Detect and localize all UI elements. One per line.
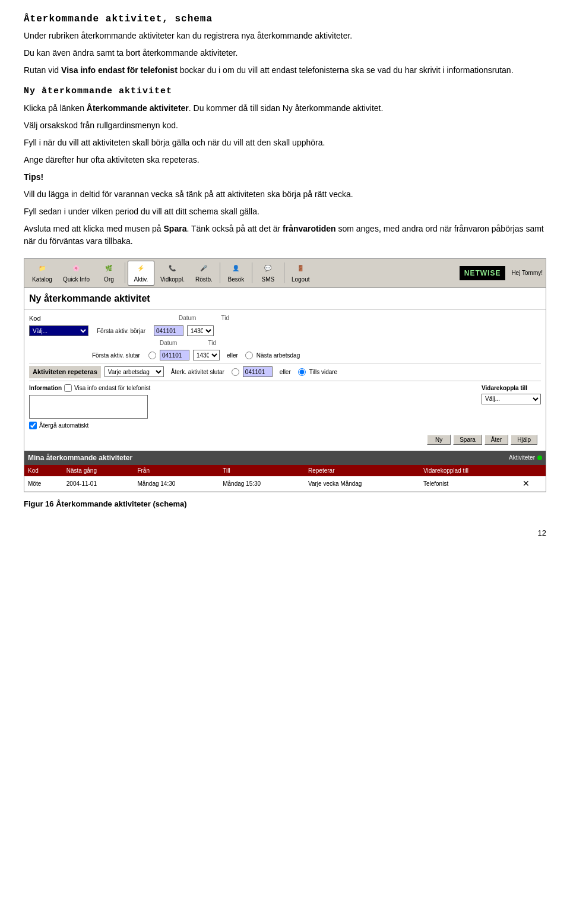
nav-rostb-label: Röstb. [195,275,213,284]
para1: Under rubriken återkommande aktiviteter … [24,30,546,42]
eller-text2: eller [280,368,291,376]
para6: Fyll i när du vill att aktiviteten skall… [24,137,546,149]
row-kod: Möte [24,476,63,492]
activities-table: Kod Nästa gång Från Till Repeterar Vidar… [24,465,546,492]
col-repeterar: Repeterar [305,465,420,476]
para9-suffix: . Tänk också på att det är [186,224,283,233]
nav-org[interactable]: 🌿 Org [96,261,122,285]
information-section: Information Visa info endast för telefon… [29,384,541,419]
form-row-forsta-slutar: Första aktiv. slutar 1430 eller Nästa ar… [29,350,541,360]
figure-caption: Figur 16 Återkommande aktiviteter (schem… [24,498,546,510]
nav-quickinfo[interactable]: 🌸 Quick Info [58,261,94,285]
screenshot: 📁 Katalog 🌸 Quick Info 🌿 Org ⚡ Aktiv. 📞 … [24,258,546,492]
ny-button[interactable]: Ny [427,435,451,445]
repeteras-row: Aktiviteten repeteras Varje arbetsdag Åt… [29,366,541,378]
para9-prefix: Avsluta med att klicka med musen på [24,224,164,233]
col-kod: Kod [24,465,63,476]
atergå-row: Återgå automatiskt [29,421,541,430]
hjalp-button[interactable]: Hjälp [511,435,537,445]
besok-icon: 👤 [229,262,243,274]
eller-text1: eller [227,351,238,360]
vidarekoppla-label: Vidarekoppla till [482,384,541,393]
tips-bold: Tips! [24,172,43,182]
visa-info-checkbox[interactable] [64,384,72,392]
org-icon: 🌿 [102,262,116,274]
time-select2[interactable]: 1430 [193,350,220,360]
aktiviteter-label: Aktiviteter [509,453,535,462]
date-input1[interactable] [154,325,183,336]
forsta-borjar-label: Första aktiv. börjar [97,327,145,336]
section-heading: Ny återkommande aktivitet [24,85,546,99]
main-heading: Återkommande aktivitet, schema [24,12,546,26]
visa-info-label: Visa info endast för telefonist [74,384,150,393]
para4-suffix: . Du kommer då till sidan Ny återkommand… [189,103,384,113]
aterk-radio1[interactable] [232,368,239,376]
nav-logout[interactable]: 🚪 Logout [287,261,315,285]
nav-sms[interactable]: 💬 SMS [255,261,281,285]
nav-bar: 📁 Katalog 🌸 Quick Info 🌿 Org ⚡ Aktiv. 📞 … [24,259,546,288]
main-content-area: Ny återkommande aktivitet Kod Datum Tid … [24,288,546,492]
para3-prefix: Rutan vid [24,65,61,75]
ater-button[interactable]: Åter [484,435,508,445]
col-nasta: Nästa gång [63,465,134,476]
atergå-checkbox[interactable] [29,422,37,429]
nav-separator3 [252,262,252,283]
aktiviteter-right: Aktiviteter [509,453,542,462]
spara-button[interactable]: Spara [453,435,482,445]
nav-sms-label: SMS [262,275,275,284]
netwise-logo: NETWISE [460,266,506,280]
nav-besok[interactable]: 👤 Besök [223,261,249,285]
repeteras-label: Aktiviteten repeteras [29,366,101,378]
table-row: Möte 2004-11-01 Måndag 14:30 Måndag 15:3… [24,476,546,492]
para9: Avsluta med att klicka med musen på Spar… [24,223,546,248]
nav-aktiv[interactable]: ⚡ Aktiv. [128,261,154,286]
nav-logout-label: Logout [292,275,310,284]
time-select1[interactable]: 1430 [187,325,214,336]
form-row-forsta-borjar: Välj... Första aktiv. börjar 1430 [29,325,541,336]
nav-aktiv-label: Aktiv. [134,275,148,284]
atergå-label: Återgå automatiskt [39,421,88,430]
slutar-radio2[interactable] [245,352,253,359]
vidarekoppla-select[interactable]: Välj... [482,394,541,404]
slutar-radio1[interactable] [148,352,156,359]
row-fran: Måndag 14:30 [134,476,219,492]
divider1 [29,363,541,363]
nav-quickinfo-label: Quick Info [63,275,90,284]
divider2 [29,381,541,381]
para3: Rutan vid Visa info endast för telefonis… [24,64,546,77]
row-delete[interactable]: ✕ [519,476,546,492]
rostb-icon: 🎤 [197,262,211,274]
nav-vidkoppl[interactable]: 📞 Vidkoppl. [156,261,189,285]
nav-rostb[interactable]: 🎤 Röstb. [191,261,217,285]
date-input2[interactable] [160,350,189,360]
table-header-row: Kod Nästa gång Från Till Repeterar Vidar… [24,465,546,476]
nasta-arbetsdag-label: Nästa arbetsdag [256,351,300,360]
form-row-datum-tid2: Datum Tid [160,338,541,347]
tid-label2: Tid [208,338,216,347]
para3-suffix: bockar du i om du vill att endast telefo… [178,65,514,75]
form-area: Kod Datum Tid Välj... Första aktiv. börj… [24,310,546,451]
figure-caption-text: Figur 16 Återkommande aktiviteter (schem… [24,499,187,508]
tips-para: Vill du lägga in deltid för varannan vec… [24,188,546,201]
user-greeting: Hej Tommy! [511,268,543,277]
aterk-label: Återk. aktivitet slutar [171,368,224,376]
row-repeterar: Varje vecka Måndag [305,476,420,492]
kod-label: Kod [29,314,77,324]
aktiv-icon: ⚡ [134,262,148,274]
kod-select[interactable]: Välj... [29,325,88,336]
nav-katalog[interactable]: 📁 Katalog [27,261,57,285]
para2: Du kan även ändra samt ta bort återkomma… [24,47,546,59]
aterk-radio2[interactable] [298,368,306,376]
quickinfo-icon: 🌸 [69,262,83,274]
date-input3[interactable] [243,366,273,377]
para4: Klicka på länken Återkommande aktivitete… [24,102,546,115]
info-textarea[interactable] [29,395,148,419]
varje-select[interactable]: Varje arbetsdag [104,366,164,377]
bottom-table-header: Mina återkommande aktiviteter Aktivitete… [24,451,546,465]
row-vidarekopplad: Telefonist [420,476,519,492]
nav-vidkoppl-label: Vidkoppl. [160,275,185,284]
row-till: Måndag 15:30 [219,476,305,492]
delete-icon[interactable]: ✕ [522,479,530,488]
para4-bold: Återkommande aktiviteter [87,103,189,113]
page-title-bar: Ny återkommande aktivitet [24,288,546,310]
